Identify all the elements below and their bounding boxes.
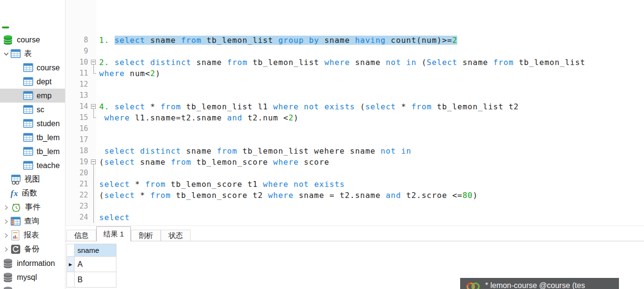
sidebar-item-label: 表 [24,49,32,59]
grid-cell[interactable]: B [74,272,116,288]
line-number: 15 [65,112,90,123]
chevron-right-icon[interactable] [3,218,10,225]
table-icon [23,105,33,115]
sidebar-item-table-tb-lem-2[interactable]: tb_lem [0,144,65,158]
code-text[interactable]: where l1.sname=t2.sname and t2.num <2) [97,112,299,123]
grid-column-header[interactable]: sname [74,244,116,257]
sidebar-item-table-dept[interactable]: dept [0,75,65,89]
sidebar-item-database-partial[interactable] [0,284,65,289]
sidebar-item-table-studen[interactable]: studen [0,117,65,131]
code-text[interactable] [97,201,99,212]
line-number: 8 [65,35,90,46]
sidebar-item-backups[interactable]: 备份 [0,242,65,256]
sidebar-item-label: course [37,64,60,72]
table-icon [11,216,21,226]
code-text[interactable]: (select sname from tb_lemon_score where … [97,157,330,168]
row-selector[interactable] [66,272,75,288]
taskbar-preview-tooltip[interactable]: * lemon-course @course (tes [460,278,619,289]
fold-margin [90,101,97,112]
editor-line-15: 15 where l1.sname=t2.sname and t2.num <2… [65,112,644,123]
table-icon [23,77,33,87]
code-text[interactable] [97,79,99,90]
database-icon [2,286,13,289]
grid-cell[interactable]: A [74,256,116,272]
sidebar-item-label: teache [37,161,60,170]
code-text[interactable]: 2. select distinct sname from tb_lemon_l… [97,57,585,68]
grid-corner-cell[interactable] [66,244,75,257]
fold-margin [90,190,97,201]
code-text[interactable] [97,90,99,101]
fold-marker-icon[interactable] [91,104,96,109]
database-icon [2,258,13,269]
current-row-marker-icon: ▶ [69,262,72,267]
grid-row-1: ▶A [66,256,116,272]
table-icon [23,91,33,101]
editor-line-9: 9 [65,46,644,57]
code-text[interactable]: (select * from tb_lemon_score t2 where s… [97,190,478,201]
database-icon [2,34,13,46]
sidebar-item-views[interactable]: 视图 [0,172,65,186]
sidebar-item-tables-folder[interactable]: 表 [0,47,65,61]
code-text[interactable]: select [97,212,130,223]
sidebar-item-database-mysql[interactable]: mysql [0,270,65,284]
editor-line-19: 19(select sname from tb_lemon_score wher… [65,157,644,168]
code-text[interactable] [97,134,99,145]
fold-margin [90,123,97,134]
editor-line-11: 11where num<2) [65,68,644,79]
fold-margin [90,212,97,223]
tab-result-1[interactable]: 结果 1 [96,226,131,241]
grid-row-2: B [66,272,116,288]
chevron-right-icon[interactable] [3,204,10,211]
fold-margin [90,68,97,79]
sidebar-item-reports[interactable]: 报表 [0,228,65,242]
sidebar-item-table-emp[interactable]: emp [0,89,65,103]
fold-marker-icon[interactable] [91,60,96,65]
sidebar-item-functions[interactable]: fx函数 [0,186,65,200]
chevron-down-icon[interactable] [3,51,10,57]
editor-line-20: 20 [65,168,644,179]
sidebar-item-table-tb-lem-1[interactable]: tb_lem [0,131,65,144]
table-icon [23,160,33,171]
sidebar-item-queries[interactable]: 查询 [0,214,65,228]
code-text[interactable]: select * from tb_lemon_score t1 where no… [97,179,345,190]
sql-editor[interactable]: 81. select sname from tb_lemon_list grou… [65,0,644,225]
tab-profile[interactable]: 剖析 [131,230,161,241]
sidebar-item-events[interactable]: 事件 [0,200,65,214]
code-text[interactable] [97,168,99,179]
sidebar-item-label: dept [37,78,52,86]
tooltip-title: * lemon-course @course (tes [485,280,585,289]
line-number: 12 [65,79,90,90]
sidebar-item-table-course[interactable]: course [0,61,65,75]
line-number: 13 [65,90,90,101]
code-text[interactable]: 4. select * from tb_lemon_list l1 where … [97,101,519,112]
sidebar-item-label: course [17,36,40,44]
row-selector[interactable]: ▶ [66,256,75,272]
fold-marker-icon[interactable] [91,159,96,164]
sidebar-item-database-course[interactable]: course [0,33,65,47]
editor-line-18: 18 select distinct sname from tb_lemon_l… [65,145,644,157]
database-explorer-sidebar: course表coursedeptempscstudentb_lemtb_lem… [0,0,65,289]
code-text[interactable] [97,123,99,134]
chevron-right-icon[interactable] [3,232,10,239]
sidebar-item-label: 函数 [22,188,37,198]
tab-status[interactable]: 状态 [161,230,191,241]
editor-line-21: 21select * from tb_lemon_score t1 where … [65,179,644,190]
fold-margin [90,145,97,157]
view-icon [11,174,21,185]
chevron-right-icon[interactable] [3,246,10,253]
code-text[interactable]: where num<2) [97,68,161,79]
sidebar-item-table-teache[interactable]: teache [0,158,65,172]
code-text[interactable] [97,46,99,57]
fold-margin [90,35,97,46]
code-text[interactable]: 1. select sname from tb_lemon_list group… [97,35,457,46]
sidebar-item-table-sc[interactable]: sc [0,103,65,117]
sidebar-item-database-information[interactable]: information [0,256,65,270]
fold-margin [90,57,97,68]
line-number: 19 [65,157,90,168]
fold-margin [90,179,97,190]
code-text[interactable]: select distinct sname from tb_lemon_list… [97,145,412,157]
editor-line-24: 24select [65,212,644,223]
tab-info[interactable]: 信息 [66,230,96,241]
editor-line-13: 13 [65,90,644,101]
line-number: 14 [65,101,90,112]
